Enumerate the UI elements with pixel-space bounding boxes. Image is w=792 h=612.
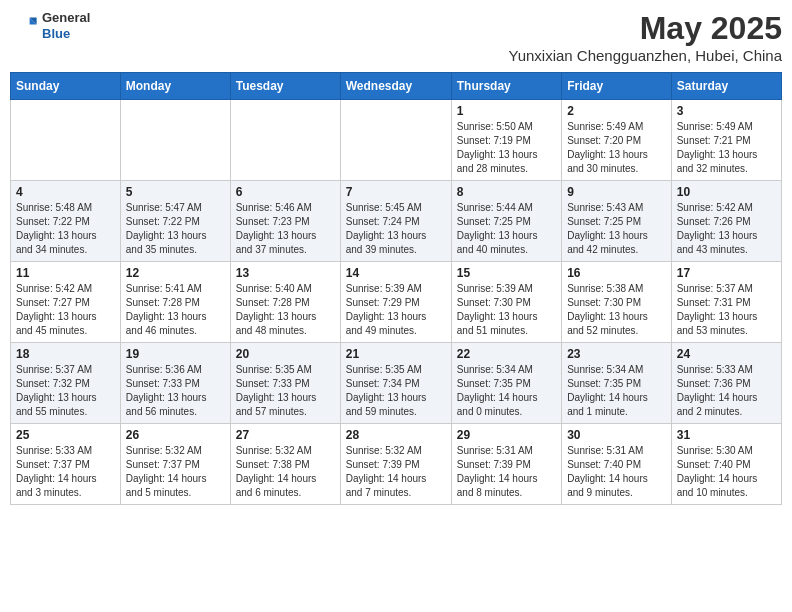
day-number: 14 — [346, 266, 446, 280]
day-info: Sunrise: 5:33 AM Sunset: 7:37 PM Dayligh… — [16, 444, 115, 500]
column-header-wednesday: Wednesday — [340, 73, 451, 100]
logo-general: General — [42, 10, 90, 26]
day-info: Sunrise: 5:39 AM Sunset: 7:30 PM Dayligh… — [457, 282, 556, 338]
day-info: Sunrise: 5:34 AM Sunset: 7:35 PM Dayligh… — [457, 363, 556, 419]
location-subtitle: Yunxixian Chengguanzhen, Hubei, China — [508, 47, 782, 64]
calendar-cell: 5Sunrise: 5:47 AM Sunset: 7:22 PM Daylig… — [120, 181, 230, 262]
day-number: 9 — [567, 185, 666, 199]
day-number: 16 — [567, 266, 666, 280]
day-number: 1 — [457, 104, 556, 118]
day-number: 12 — [126, 266, 225, 280]
calendar-cell: 27Sunrise: 5:32 AM Sunset: 7:38 PM Dayli… — [230, 424, 340, 505]
logo: General Blue — [10, 10, 90, 41]
calendar-cell: 22Sunrise: 5:34 AM Sunset: 7:35 PM Dayli… — [451, 343, 561, 424]
day-number: 24 — [677, 347, 776, 361]
day-info: Sunrise: 5:46 AM Sunset: 7:23 PM Dayligh… — [236, 201, 335, 257]
day-number: 22 — [457, 347, 556, 361]
calendar-cell: 30Sunrise: 5:31 AM Sunset: 7:40 PM Dayli… — [562, 424, 672, 505]
day-number: 25 — [16, 428, 115, 442]
week-row-4: 18Sunrise: 5:37 AM Sunset: 7:32 PM Dayli… — [11, 343, 782, 424]
day-info: Sunrise: 5:41 AM Sunset: 7:28 PM Dayligh… — [126, 282, 225, 338]
day-info: Sunrise: 5:33 AM Sunset: 7:36 PM Dayligh… — [677, 363, 776, 419]
calendar-cell: 17Sunrise: 5:37 AM Sunset: 7:31 PM Dayli… — [671, 262, 781, 343]
calendar-cell: 31Sunrise: 5:30 AM Sunset: 7:40 PM Dayli… — [671, 424, 781, 505]
day-info: Sunrise: 5:35 AM Sunset: 7:33 PM Dayligh… — [236, 363, 335, 419]
calendar-cell: 28Sunrise: 5:32 AM Sunset: 7:39 PM Dayli… — [340, 424, 451, 505]
day-info: Sunrise: 5:47 AM Sunset: 7:22 PM Dayligh… — [126, 201, 225, 257]
calendar-cell — [340, 100, 451, 181]
day-info: Sunrise: 5:37 AM Sunset: 7:31 PM Dayligh… — [677, 282, 776, 338]
day-number: 19 — [126, 347, 225, 361]
day-number: 31 — [677, 428, 776, 442]
calendar-cell: 12Sunrise: 5:41 AM Sunset: 7:28 PM Dayli… — [120, 262, 230, 343]
day-info: Sunrise: 5:45 AM Sunset: 7:24 PM Dayligh… — [346, 201, 446, 257]
page-header: General Blue May 2025 Yunxixian Chenggua… — [10, 10, 782, 64]
day-number: 27 — [236, 428, 335, 442]
calendar-cell: 13Sunrise: 5:40 AM Sunset: 7:28 PM Dayli… — [230, 262, 340, 343]
day-number: 29 — [457, 428, 556, 442]
week-row-5: 25Sunrise: 5:33 AM Sunset: 7:37 PM Dayli… — [11, 424, 782, 505]
calendar-cell: 24Sunrise: 5:33 AM Sunset: 7:36 PM Dayli… — [671, 343, 781, 424]
calendar-cell: 1Sunrise: 5:50 AM Sunset: 7:19 PM Daylig… — [451, 100, 561, 181]
day-number: 26 — [126, 428, 225, 442]
calendar-cell: 2Sunrise: 5:49 AM Sunset: 7:20 PM Daylig… — [562, 100, 672, 181]
day-info: Sunrise: 5:49 AM Sunset: 7:21 PM Dayligh… — [677, 120, 776, 176]
calendar-cell: 16Sunrise: 5:38 AM Sunset: 7:30 PM Dayli… — [562, 262, 672, 343]
logo-blue: Blue — [42, 26, 90, 42]
day-number: 17 — [677, 266, 776, 280]
calendar-cell: 26Sunrise: 5:32 AM Sunset: 7:37 PM Dayli… — [120, 424, 230, 505]
day-info: Sunrise: 5:31 AM Sunset: 7:39 PM Dayligh… — [457, 444, 556, 500]
month-title: May 2025 — [508, 10, 782, 47]
day-info: Sunrise: 5:34 AM Sunset: 7:35 PM Dayligh… — [567, 363, 666, 419]
calendar-cell: 7Sunrise: 5:45 AM Sunset: 7:24 PM Daylig… — [340, 181, 451, 262]
calendar-cell: 14Sunrise: 5:39 AM Sunset: 7:29 PM Dayli… — [340, 262, 451, 343]
day-number: 2 — [567, 104, 666, 118]
day-number: 11 — [16, 266, 115, 280]
calendar-cell: 25Sunrise: 5:33 AM Sunset: 7:37 PM Dayli… — [11, 424, 121, 505]
day-number: 4 — [16, 185, 115, 199]
day-info: Sunrise: 5:44 AM Sunset: 7:25 PM Dayligh… — [457, 201, 556, 257]
calendar-cell — [120, 100, 230, 181]
calendar-cell: 11Sunrise: 5:42 AM Sunset: 7:27 PM Dayli… — [11, 262, 121, 343]
day-info: Sunrise: 5:37 AM Sunset: 7:32 PM Dayligh… — [16, 363, 115, 419]
week-row-1: 1Sunrise: 5:50 AM Sunset: 7:19 PM Daylig… — [11, 100, 782, 181]
day-number: 23 — [567, 347, 666, 361]
day-info: Sunrise: 5:32 AM Sunset: 7:37 PM Dayligh… — [126, 444, 225, 500]
column-header-friday: Friday — [562, 73, 672, 100]
day-info: Sunrise: 5:48 AM Sunset: 7:22 PM Dayligh… — [16, 201, 115, 257]
week-row-2: 4Sunrise: 5:48 AM Sunset: 7:22 PM Daylig… — [11, 181, 782, 262]
calendar-cell: 20Sunrise: 5:35 AM Sunset: 7:33 PM Dayli… — [230, 343, 340, 424]
day-number: 18 — [16, 347, 115, 361]
calendar-cell: 4Sunrise: 5:48 AM Sunset: 7:22 PM Daylig… — [11, 181, 121, 262]
day-info: Sunrise: 5:38 AM Sunset: 7:30 PM Dayligh… — [567, 282, 666, 338]
day-number: 30 — [567, 428, 666, 442]
calendar-cell: 18Sunrise: 5:37 AM Sunset: 7:32 PM Dayli… — [11, 343, 121, 424]
day-info: Sunrise: 5:35 AM Sunset: 7:34 PM Dayligh… — [346, 363, 446, 419]
logo-icon — [10, 12, 38, 40]
logo-text: General Blue — [42, 10, 90, 41]
day-info: Sunrise: 5:42 AM Sunset: 7:27 PM Dayligh… — [16, 282, 115, 338]
calendar-cell: 29Sunrise: 5:31 AM Sunset: 7:39 PM Dayli… — [451, 424, 561, 505]
calendar-cell: 6Sunrise: 5:46 AM Sunset: 7:23 PM Daylig… — [230, 181, 340, 262]
column-header-saturday: Saturday — [671, 73, 781, 100]
day-info: Sunrise: 5:32 AM Sunset: 7:38 PM Dayligh… — [236, 444, 335, 500]
svg-rect-0 — [10, 12, 38, 40]
column-header-tuesday: Tuesday — [230, 73, 340, 100]
day-number: 6 — [236, 185, 335, 199]
day-number: 7 — [346, 185, 446, 199]
column-header-sunday: Sunday — [11, 73, 121, 100]
calendar-cell: 8Sunrise: 5:44 AM Sunset: 7:25 PM Daylig… — [451, 181, 561, 262]
calendar-cell: 3Sunrise: 5:49 AM Sunset: 7:21 PM Daylig… — [671, 100, 781, 181]
day-info: Sunrise: 5:36 AM Sunset: 7:33 PM Dayligh… — [126, 363, 225, 419]
day-info: Sunrise: 5:42 AM Sunset: 7:26 PM Dayligh… — [677, 201, 776, 257]
calendar-cell — [11, 100, 121, 181]
day-number: 10 — [677, 185, 776, 199]
calendar-cell: 23Sunrise: 5:34 AM Sunset: 7:35 PM Dayli… — [562, 343, 672, 424]
day-info: Sunrise: 5:32 AM Sunset: 7:39 PM Dayligh… — [346, 444, 446, 500]
week-row-3: 11Sunrise: 5:42 AM Sunset: 7:27 PM Dayli… — [11, 262, 782, 343]
title-area: May 2025 Yunxixian Chengguanzhen, Hubei,… — [508, 10, 782, 64]
day-number: 28 — [346, 428, 446, 442]
day-number: 15 — [457, 266, 556, 280]
day-number: 8 — [457, 185, 556, 199]
calendar-cell: 21Sunrise: 5:35 AM Sunset: 7:34 PM Dayli… — [340, 343, 451, 424]
